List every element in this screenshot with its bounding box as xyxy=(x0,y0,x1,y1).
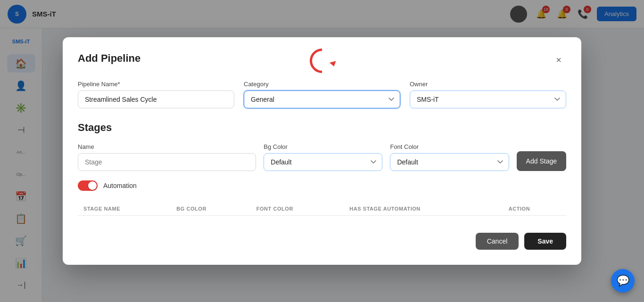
close-button[interactable]: × xyxy=(551,52,566,67)
category-label: Category xyxy=(244,81,400,88)
stage-name-label: Name xyxy=(78,143,256,150)
chat-widget[interactable]: 💬 xyxy=(611,269,635,293)
stage-name-input[interactable] xyxy=(78,153,256,171)
stages-form-row: Name Bg Color Default Red Green Blue Fon… xyxy=(78,143,566,171)
toggle-knob xyxy=(88,181,97,190)
pipeline-name-label: Pipeline Name* xyxy=(78,81,234,88)
cancel-button[interactable]: Cancel xyxy=(476,233,519,250)
bg-color-label: Bg Color xyxy=(264,143,382,150)
save-button[interactable]: Save xyxy=(524,233,566,250)
category-select[interactable]: General Sales Marketing Support xyxy=(244,90,400,108)
col-stage-name: STAGE NAME xyxy=(78,202,171,216)
bg-color-select[interactable]: Default Red Green Blue xyxy=(264,153,382,171)
owner-select[interactable]: SMS-iT xyxy=(410,90,566,108)
font-color-select[interactable]: Default Black White Gray xyxy=(390,153,509,171)
add-pipeline-modal: Add Pipeline × Pipeline Name* Category G… xyxy=(63,37,581,265)
col-font-color: FONT COLOR xyxy=(251,202,344,216)
stage-name-group: Name xyxy=(78,143,256,171)
automation-row: Automation xyxy=(78,180,566,191)
automation-label: Automation xyxy=(103,182,137,189)
font-color-label: Font Color xyxy=(390,143,509,150)
pipeline-form-row: Pipeline Name* Category General Sales Ma… xyxy=(78,81,566,108)
stages-table-head: STAGE NAME BG COLOR FONT COLOR HAS STAGE… xyxy=(78,202,566,216)
pipeline-name-input[interactable] xyxy=(78,90,234,108)
owner-label: Owner xyxy=(410,81,566,88)
chat-icon: 💬 xyxy=(617,275,629,287)
redo-icon-container xyxy=(310,49,334,75)
close-icon: × xyxy=(556,55,561,65)
modal-title: Add Pipeline xyxy=(78,52,140,65)
pipeline-name-group: Pipeline Name* xyxy=(78,81,234,108)
stages-table: STAGE NAME BG COLOR FONT COLOR HAS STAGE… xyxy=(78,202,566,216)
modal-footer: Cancel Save xyxy=(78,225,566,250)
redo-icon xyxy=(305,43,339,78)
stages-title: Stages xyxy=(78,122,566,134)
col-bg-color: BG COLOR xyxy=(171,202,251,216)
add-stage-button[interactable]: Add Stage xyxy=(517,151,566,171)
col-has-stage-automation: HAS STAGE AUTOMATION xyxy=(344,202,503,216)
table-header-row: STAGE NAME BG COLOR FONT COLOR HAS STAGE… xyxy=(78,202,566,216)
col-action: ACTION xyxy=(503,202,566,216)
automation-toggle[interactable] xyxy=(78,180,98,191)
category-group: Category General Sales Marketing Support xyxy=(244,81,400,108)
font-color-group: Font Color Default Black White Gray xyxy=(390,143,509,171)
modal-overlay: Add Pipeline × Pipeline Name* Category G… xyxy=(0,0,644,302)
owner-group: Owner SMS-iT xyxy=(410,81,566,108)
bg-color-group: Bg Color Default Red Green Blue xyxy=(264,143,382,171)
